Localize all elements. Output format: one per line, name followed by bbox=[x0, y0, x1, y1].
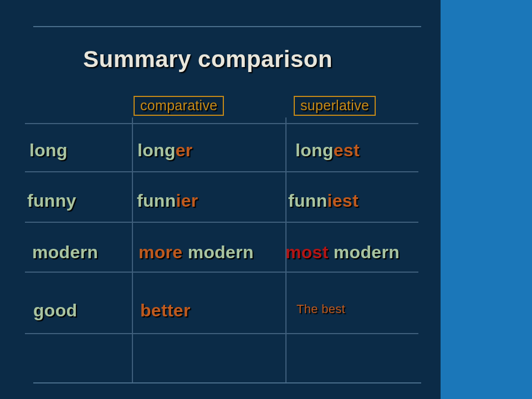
row-divider bbox=[25, 171, 418, 172]
cell-comparative: better bbox=[140, 300, 191, 321]
table-row: long longer longest bbox=[0, 140, 441, 162]
word-text: modern bbox=[334, 242, 400, 262]
table-row: modern more modern most modern bbox=[0, 242, 441, 264]
cell-adjective: funny bbox=[27, 191, 76, 211]
cell-superlative: longest bbox=[295, 140, 360, 161]
irregular-superlative: The best bbox=[296, 302, 345, 316]
stem-text: funn bbox=[137, 191, 176, 211]
top-divider bbox=[33, 26, 421, 27]
prefix-most: most bbox=[285, 242, 329, 262]
table-row: good better The best bbox=[0, 300, 441, 323]
stem-text: long bbox=[295, 140, 334, 160]
cell-comparative: more modern bbox=[139, 242, 254, 263]
column-divider-left bbox=[132, 117, 133, 383]
slide-panel: Summary comparison comparative superlati… bbox=[0, 0, 441, 399]
header-comparative: comparative bbox=[134, 96, 224, 116]
slide-title: Summary comparison bbox=[83, 46, 332, 73]
suffix-text: est bbox=[334, 140, 360, 160]
suffix-text: er bbox=[176, 140, 193, 160]
word-text: modern bbox=[188, 242, 254, 262]
irregular-comparative: better bbox=[140, 300, 191, 320]
row-divider bbox=[25, 222, 418, 223]
cell-adjective: good bbox=[33, 300, 77, 321]
stem-text: long bbox=[137, 140, 176, 160]
row-divider bbox=[25, 272, 418, 273]
cell-adjective: long bbox=[29, 140, 68, 161]
cell-superlative: most modern bbox=[285, 242, 400, 263]
cell-adjective: modern bbox=[32, 242, 98, 263]
cell-superlative: funniest bbox=[288, 191, 359, 211]
cell-comparative: funnier bbox=[137, 191, 198, 211]
row-divider bbox=[25, 123, 418, 124]
table-row: funny funnier funniest bbox=[0, 191, 441, 213]
header-superlative: superlative bbox=[294, 96, 376, 116]
column-divider-right bbox=[285, 117, 287, 383]
suffix-text: ier bbox=[176, 191, 198, 211]
row-divider bbox=[25, 333, 418, 334]
stem-text: funn bbox=[288, 191, 328, 211]
cell-superlative: The best bbox=[296, 302, 345, 316]
cell-comparative: longer bbox=[137, 140, 193, 161]
prefix-more: more bbox=[139, 242, 182, 262]
suffix-text: iest bbox=[328, 191, 359, 211]
bottom-divider bbox=[33, 382, 421, 383]
